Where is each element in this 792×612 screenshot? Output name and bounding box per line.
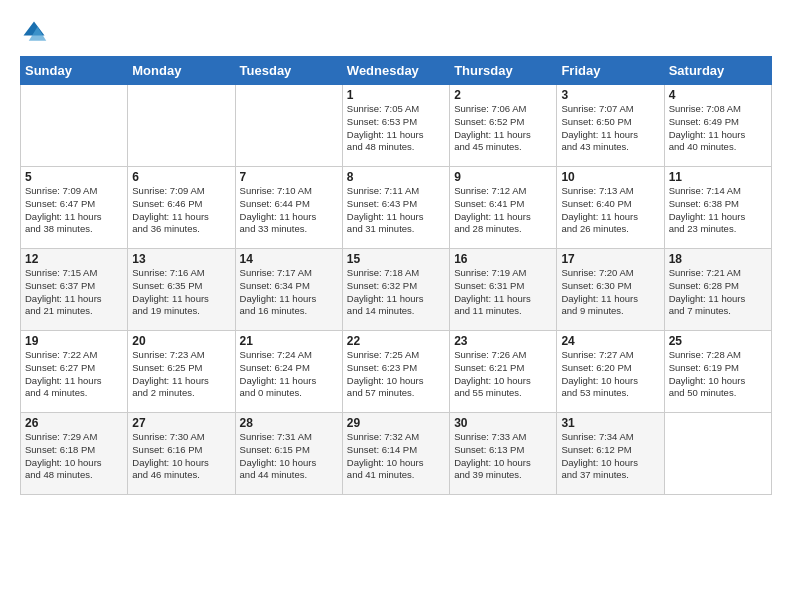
- day-info: Sunrise: 7:21 AM Sunset: 6:28 PM Dayligh…: [669, 267, 767, 318]
- day-info: Sunrise: 7:26 AM Sunset: 6:21 PM Dayligh…: [454, 349, 552, 400]
- week-row-4: 26Sunrise: 7:29 AM Sunset: 6:18 PM Dayli…: [21, 413, 772, 495]
- day-info: Sunrise: 7:29 AM Sunset: 6:18 PM Dayligh…: [25, 431, 123, 482]
- day-number: 15: [347, 252, 445, 266]
- calendar: SundayMondayTuesdayWednesdayThursdayFrid…: [20, 56, 772, 495]
- day-info: Sunrise: 7:32 AM Sunset: 6:14 PM Dayligh…: [347, 431, 445, 482]
- day-number: 7: [240, 170, 338, 184]
- day-info: Sunrise: 7:15 AM Sunset: 6:37 PM Dayligh…: [25, 267, 123, 318]
- day-info: Sunrise: 7:31 AM Sunset: 6:15 PM Dayligh…: [240, 431, 338, 482]
- day-number: 13: [132, 252, 230, 266]
- day-number: 17: [561, 252, 659, 266]
- day-cell: 2Sunrise: 7:06 AM Sunset: 6:52 PM Daylig…: [450, 85, 557, 167]
- day-number: 24: [561, 334, 659, 348]
- day-cell: 28Sunrise: 7:31 AM Sunset: 6:15 PM Dayli…: [235, 413, 342, 495]
- day-info: Sunrise: 7:19 AM Sunset: 6:31 PM Dayligh…: [454, 267, 552, 318]
- day-cell: 15Sunrise: 7:18 AM Sunset: 6:32 PM Dayli…: [342, 249, 449, 331]
- day-number: 21: [240, 334, 338, 348]
- day-info: Sunrise: 7:12 AM Sunset: 6:41 PM Dayligh…: [454, 185, 552, 236]
- day-info: Sunrise: 7:14 AM Sunset: 6:38 PM Dayligh…: [669, 185, 767, 236]
- day-cell: [664, 413, 771, 495]
- weekday-header-saturday: Saturday: [664, 57, 771, 85]
- day-cell: 13Sunrise: 7:16 AM Sunset: 6:35 PM Dayli…: [128, 249, 235, 331]
- day-cell: 31Sunrise: 7:34 AM Sunset: 6:12 PM Dayli…: [557, 413, 664, 495]
- day-info: Sunrise: 7:24 AM Sunset: 6:24 PM Dayligh…: [240, 349, 338, 400]
- day-info: Sunrise: 7:16 AM Sunset: 6:35 PM Dayligh…: [132, 267, 230, 318]
- day-cell: 8Sunrise: 7:11 AM Sunset: 6:43 PM Daylig…: [342, 167, 449, 249]
- day-info: Sunrise: 7:18 AM Sunset: 6:32 PM Dayligh…: [347, 267, 445, 318]
- day-info: Sunrise: 7:25 AM Sunset: 6:23 PM Dayligh…: [347, 349, 445, 400]
- day-number: 4: [669, 88, 767, 102]
- day-number: 3: [561, 88, 659, 102]
- day-info: Sunrise: 7:17 AM Sunset: 6:34 PM Dayligh…: [240, 267, 338, 318]
- day-cell: 24Sunrise: 7:27 AM Sunset: 6:20 PM Dayli…: [557, 331, 664, 413]
- day-cell: 7Sunrise: 7:10 AM Sunset: 6:44 PM Daylig…: [235, 167, 342, 249]
- day-number: 6: [132, 170, 230, 184]
- day-info: Sunrise: 7:09 AM Sunset: 6:46 PM Dayligh…: [132, 185, 230, 236]
- day-cell: 21Sunrise: 7:24 AM Sunset: 6:24 PM Dayli…: [235, 331, 342, 413]
- day-cell: 18Sunrise: 7:21 AM Sunset: 6:28 PM Dayli…: [664, 249, 771, 331]
- day-info: Sunrise: 7:11 AM Sunset: 6:43 PM Dayligh…: [347, 185, 445, 236]
- day-number: 25: [669, 334, 767, 348]
- day-cell: 26Sunrise: 7:29 AM Sunset: 6:18 PM Dayli…: [21, 413, 128, 495]
- day-cell: 19Sunrise: 7:22 AM Sunset: 6:27 PM Dayli…: [21, 331, 128, 413]
- day-info: Sunrise: 7:09 AM Sunset: 6:47 PM Dayligh…: [25, 185, 123, 236]
- day-cell: 10Sunrise: 7:13 AM Sunset: 6:40 PM Dayli…: [557, 167, 664, 249]
- day-info: Sunrise: 7:06 AM Sunset: 6:52 PM Dayligh…: [454, 103, 552, 154]
- day-number: 1: [347, 88, 445, 102]
- day-cell: 17Sunrise: 7:20 AM Sunset: 6:30 PM Dayli…: [557, 249, 664, 331]
- day-info: Sunrise: 7:13 AM Sunset: 6:40 PM Dayligh…: [561, 185, 659, 236]
- day-number: 5: [25, 170, 123, 184]
- day-number: 12: [25, 252, 123, 266]
- day-number: 28: [240, 416, 338, 430]
- day-cell: [128, 85, 235, 167]
- day-cell: 29Sunrise: 7:32 AM Sunset: 6:14 PM Dayli…: [342, 413, 449, 495]
- week-row-1: 5Sunrise: 7:09 AM Sunset: 6:47 PM Daylig…: [21, 167, 772, 249]
- day-cell: 9Sunrise: 7:12 AM Sunset: 6:41 PM Daylig…: [450, 167, 557, 249]
- week-row-2: 12Sunrise: 7:15 AM Sunset: 6:37 PM Dayli…: [21, 249, 772, 331]
- day-cell: 5Sunrise: 7:09 AM Sunset: 6:47 PM Daylig…: [21, 167, 128, 249]
- day-number: 9: [454, 170, 552, 184]
- day-number: 23: [454, 334, 552, 348]
- day-number: 14: [240, 252, 338, 266]
- day-cell: [235, 85, 342, 167]
- day-number: 27: [132, 416, 230, 430]
- day-cell: 22Sunrise: 7:25 AM Sunset: 6:23 PM Dayli…: [342, 331, 449, 413]
- day-cell: 30Sunrise: 7:33 AM Sunset: 6:13 PM Dayli…: [450, 413, 557, 495]
- day-number: 16: [454, 252, 552, 266]
- weekday-header-thursday: Thursday: [450, 57, 557, 85]
- weekday-header-row: SundayMondayTuesdayWednesdayThursdayFrid…: [21, 57, 772, 85]
- day-number: 2: [454, 88, 552, 102]
- page: SundayMondayTuesdayWednesdayThursdayFrid…: [0, 0, 792, 612]
- day-cell: 20Sunrise: 7:23 AM Sunset: 6:25 PM Dayli…: [128, 331, 235, 413]
- day-cell: 16Sunrise: 7:19 AM Sunset: 6:31 PM Dayli…: [450, 249, 557, 331]
- day-cell: 1Sunrise: 7:05 AM Sunset: 6:53 PM Daylig…: [342, 85, 449, 167]
- day-info: Sunrise: 7:28 AM Sunset: 6:19 PM Dayligh…: [669, 349, 767, 400]
- day-number: 22: [347, 334, 445, 348]
- day-cell: [21, 85, 128, 167]
- day-cell: 6Sunrise: 7:09 AM Sunset: 6:46 PM Daylig…: [128, 167, 235, 249]
- day-cell: 4Sunrise: 7:08 AM Sunset: 6:49 PM Daylig…: [664, 85, 771, 167]
- day-cell: 3Sunrise: 7:07 AM Sunset: 6:50 PM Daylig…: [557, 85, 664, 167]
- day-number: 8: [347, 170, 445, 184]
- weekday-header-wednesday: Wednesday: [342, 57, 449, 85]
- day-info: Sunrise: 7:34 AM Sunset: 6:12 PM Dayligh…: [561, 431, 659, 482]
- day-info: Sunrise: 7:07 AM Sunset: 6:50 PM Dayligh…: [561, 103, 659, 154]
- weekday-header-friday: Friday: [557, 57, 664, 85]
- day-number: 11: [669, 170, 767, 184]
- weekday-header-sunday: Sunday: [21, 57, 128, 85]
- day-number: 18: [669, 252, 767, 266]
- day-cell: 23Sunrise: 7:26 AM Sunset: 6:21 PM Dayli…: [450, 331, 557, 413]
- day-info: Sunrise: 7:05 AM Sunset: 6:53 PM Dayligh…: [347, 103, 445, 154]
- day-cell: 11Sunrise: 7:14 AM Sunset: 6:38 PM Dayli…: [664, 167, 771, 249]
- logo-icon: [20, 18, 48, 46]
- day-info: Sunrise: 7:20 AM Sunset: 6:30 PM Dayligh…: [561, 267, 659, 318]
- week-row-0: 1Sunrise: 7:05 AM Sunset: 6:53 PM Daylig…: [21, 85, 772, 167]
- week-row-3: 19Sunrise: 7:22 AM Sunset: 6:27 PM Dayli…: [21, 331, 772, 413]
- day-info: Sunrise: 7:10 AM Sunset: 6:44 PM Dayligh…: [240, 185, 338, 236]
- day-info: Sunrise: 7:30 AM Sunset: 6:16 PM Dayligh…: [132, 431, 230, 482]
- day-number: 20: [132, 334, 230, 348]
- day-number: 10: [561, 170, 659, 184]
- day-cell: 25Sunrise: 7:28 AM Sunset: 6:19 PM Dayli…: [664, 331, 771, 413]
- day-number: 19: [25, 334, 123, 348]
- day-info: Sunrise: 7:08 AM Sunset: 6:49 PM Dayligh…: [669, 103, 767, 154]
